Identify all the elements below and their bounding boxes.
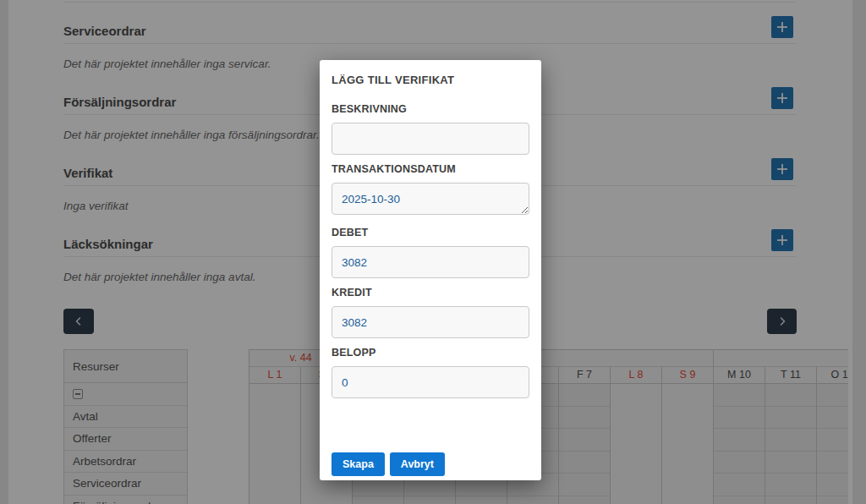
beskrivning-label: BESKRIVNING: [332, 104, 529, 115]
debet-label: DEBET: [332, 227, 529, 238]
belopp-label: BELOPP: [332, 348, 529, 359]
debet-input[interactable]: [332, 246, 529, 278]
beskrivning-input[interactable]: [332, 123, 529, 155]
create-button[interactable]: Skapa: [332, 452, 385, 476]
belopp-input[interactable]: [332, 366, 529, 398]
kredit-input[interactable]: [332, 306, 529, 338]
add-verifikat-modal: LÄGG TILL VERIFIKAT BESKRIVNING TRANSAKT…: [320, 60, 541, 480]
cancel-button[interactable]: Avbryt: [390, 452, 445, 476]
transaktionsdatum-label: TRANSAKTIONSDATUM: [332, 164, 529, 175]
transaktionsdatum-textarea[interactable]: 2025-10-30: [332, 183, 529, 215]
kredit-label: KREDIT: [332, 288, 529, 299]
screen: Serviceordrar Det här projektet innehåll…: [0, 0, 866, 504]
modal-title: LÄGG TILL VERIFIKAT: [332, 74, 529, 86]
